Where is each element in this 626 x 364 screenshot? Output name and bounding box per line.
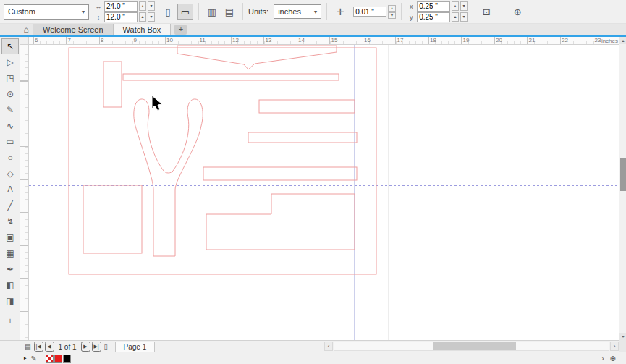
top-lid-polygon[interactable] [177,46,337,69]
flyout-arrow-icon[interactable]: ▸ [24,355,27,361]
ruler-corner[interactable] [20,37,29,45]
dimension-tool[interactable]: ╱ [1,198,19,213]
swatch-black[interactable] [63,355,71,363]
scroll-more-icon[interactable]: › [601,355,604,363]
eyedropper-tool[interactable]: ✒ [1,261,19,277]
ruler-number: 9 [134,37,137,43]
units-dropdown[interactable]: inches ▾ [274,4,321,19]
tab-watch-box[interactable]: Watch Box [114,24,172,35]
landscape-button[interactable]: ▭ [177,4,193,20]
current-page-icon: ▤ [225,7,234,17]
bar-rect-1[interactable] [259,100,355,113]
new-tab-button[interactable]: + [174,25,187,35]
drawing-svg [29,45,619,340]
first-page-button[interactable]: |◀ [34,342,43,352]
add-page-icon[interactable]: ▯ [103,343,109,350]
duplicate-y-input[interactable] [417,12,450,22]
stepped-polygon[interactable] [206,194,355,250]
vertical-scrollbar[interactable]: ▴ ▾ [619,37,626,340]
page-size-group: ↔ ▴ ▾ ↕ ▴ ▾ [94,1,155,22]
shape-tool[interactable]: ▷ [1,54,19,70]
page-preset-dropdown[interactable]: Custom ▾ [4,4,89,20]
bar-rect-3[interactable] [203,167,357,180]
portrait-button[interactable]: ▯ [160,4,176,20]
nudge-distance-input[interactable] [353,7,386,17]
page-size-current-page-button[interactable]: ▤ [221,4,237,20]
ruler-number: 23 [595,37,601,43]
home-button[interactable]: ⌂ [19,24,33,35]
document-color-swatches [46,355,71,363]
last-page-button[interactable]: ▶| [92,342,101,352]
next-page-button[interactable]: ▶ [81,342,90,352]
duplicate-x-up-button[interactable]: ▴ [452,1,459,11]
nudge-up-button[interactable]: ▴ [388,5,396,12]
small-rect-top-left[interactable] [103,62,122,107]
page-height-up-button[interactable]: ▴ [139,12,146,22]
horizontal-bar[interactable] [123,74,339,80]
left-square[interactable] [83,185,142,253]
separator [198,3,199,20]
document-tab-bar: ⌂ Welcome ScreenWatch Box + [0,24,626,37]
ellipse-tool[interactable]: ○ [1,150,19,166]
ruler-number: 21 [529,37,536,43]
swatch-red[interactable] [54,355,62,363]
polygon-tool[interactable]: ◇ [1,166,19,182]
vertical-ruler[interactable] [20,45,29,340]
zoom-icon[interactable]: ⊕ [610,355,616,363]
treat-as-bounds-button[interactable]: ⊡ [478,4,494,20]
all-pages-icon: ▥ [208,7,216,17]
horizontal-scrollbar[interactable] [334,342,609,351]
pen-icon: ✎ [31,355,37,363]
bar-rect-2[interactable] [248,132,357,143]
horizontal-scrollbar-thumb[interactable] [433,342,516,350]
crop-tool[interactable]: ◳ [1,70,19,86]
page-tab[interactable]: Page 1 [115,342,156,352]
ruler-number: 15 [331,37,338,43]
duplicate-y-down-button[interactable]: ▾ [460,12,468,22]
drawing-canvas[interactable] [29,45,619,340]
freehand-tool[interactable]: ✎ [1,102,19,118]
duplicate-distance-group: x ▴ ▾ y ▴ ▾ [407,1,468,22]
scroll-up-button[interactable]: ▴ [619,37,626,44]
duplicate-y-up-button[interactable]: ▴ [452,12,459,22]
swatch-no-color[interactable] [46,355,54,363]
page-height-down-button[interactable]: ▾ [148,12,155,22]
scroll-down-button[interactable]: ▾ [619,333,626,340]
drop-shadow-tool[interactable]: ▣ [1,229,19,245]
duplicate-x-down-button[interactable]: ▾ [460,1,468,11]
zoom-tool[interactable]: ⊙ [1,86,19,102]
ruler-number: 8 [101,37,103,43]
vertical-scrollbar-thumb[interactable] [620,158,626,191]
interactive-fill-tool[interactable]: ◧ [1,277,19,293]
page-sorter-icon[interactable]: ▤ [23,343,33,350]
transparency-tool[interactable]: ▦ [1,245,19,261]
page-width-down-button[interactable]: ▾ [148,1,155,11]
scroll-left-button[interactable]: ‹ [324,342,333,351]
pick-tool[interactable]: ↖ [1,38,19,54]
page-size-all-pages-button[interactable]: ▥ [204,4,220,20]
page-width-up-button[interactable]: ▴ [139,1,146,11]
main-outline-rect[interactable] [69,48,376,274]
ruler-number: 12 [232,37,239,43]
horizontal-ruler[interactable]: inches 67891011121314151617181920212223 [29,37,619,45]
nudge-down-button[interactable]: ▾ [388,12,396,19]
units-value: inches [278,7,301,16]
page-height-input[interactable] [104,12,138,22]
status-bar: ▸ ✎ › ⊕ [0,352,626,364]
ruler-number: 20 [496,37,502,43]
scroll-right-button[interactable]: › [610,342,619,351]
portrait-icon: ▯ [165,7,170,17]
page-preset-value: Custom [8,7,35,16]
wishbone-shape[interactable] [134,99,203,256]
rectangle-tool[interactable]: ▭ [1,134,19,150]
previous-page-button[interactable]: ◀ [45,342,54,352]
text-tool[interactable]: A [1,182,19,198]
connector-tool[interactable]: ↯ [1,213,19,229]
toolbox-customize-button[interactable]: + [1,316,19,327]
smart-fill-tool[interactable]: ◨ [1,293,19,309]
tab-welcome-screen[interactable]: Welcome Screen [33,24,114,35]
add-button[interactable]: ⊕ [509,4,525,20]
page-width-input[interactable] [104,1,138,12]
duplicate-x-input[interactable] [417,1,450,12]
artistic-media-tool[interactable]: ∿ [1,118,19,134]
